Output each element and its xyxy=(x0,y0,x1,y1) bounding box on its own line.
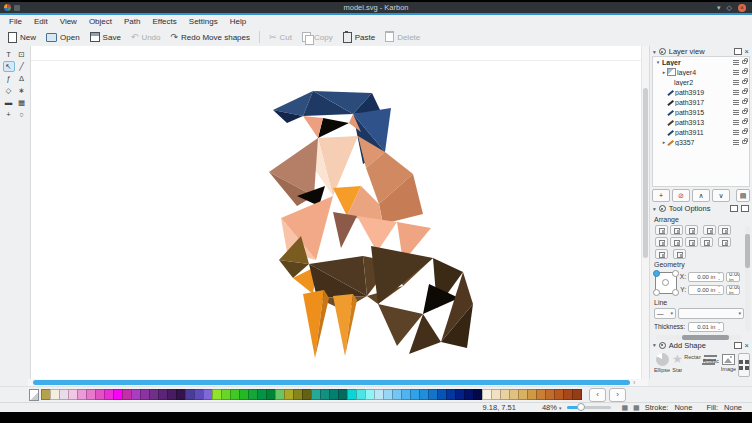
align-vcenter-button[interactable] xyxy=(685,237,698,247)
lock-icon[interactable] xyxy=(742,80,747,84)
canvas-vscrollbar[interactable] xyxy=(641,46,649,379)
add-shape-header[interactable]: ▾ Add Shape × xyxy=(652,341,750,350)
redo-button[interactable]: ↷Redo Move shapes xyxy=(171,33,250,42)
layer-row-path3917[interactable]: path3917 xyxy=(653,97,749,107)
select-tool[interactable]: ↖ xyxy=(3,61,15,72)
lock-icon[interactable] xyxy=(742,90,747,94)
anchor-bottom-left[interactable] xyxy=(653,289,660,296)
detach-docker-icon[interactable] xyxy=(741,205,749,212)
raise-shape-button[interactable] xyxy=(718,225,731,235)
visibility-icon[interactable] xyxy=(733,140,739,145)
add-layer-button[interactable]: + xyxy=(652,189,670,202)
collapse-arrow-icon[interactable]: ▾ xyxy=(653,342,656,348)
tool-options-hscrollbar[interactable] xyxy=(656,335,742,340)
paste-button[interactable]: Paste xyxy=(343,32,375,43)
bring-to-front-button[interactable] xyxy=(703,225,716,235)
zoom-tool[interactable]: + xyxy=(3,109,15,120)
stroke-value[interactable]: None xyxy=(674,403,692,412)
pencil-tool[interactable]: Δ xyxy=(16,73,28,84)
palette-swatch[interactable] xyxy=(572,389,582,400)
new-button[interactable]: New xyxy=(8,32,36,43)
maximize-button[interactable]: ◇ xyxy=(727,3,732,12)
canvas[interactable] xyxy=(31,46,649,379)
artwork-polygon[interactable] xyxy=(371,246,433,304)
layer-row-g3357[interactable]: ▸g3357 xyxy=(653,137,749,147)
group-shapes-button[interactable] xyxy=(673,249,686,259)
scroll-right-arrow-icon[interactable]: › xyxy=(633,379,635,386)
delete-layer-button[interactable]: ⊘ xyxy=(672,189,690,202)
canvas-hscrollbar-thumb[interactable] xyxy=(33,380,630,385)
layer-view-menu-button[interactable]: ▤ xyxy=(736,189,750,202)
layer-row-path3911[interactable]: path3911 xyxy=(653,127,749,137)
artwork-polygon[interactable] xyxy=(333,212,357,248)
menu-path[interactable]: Path xyxy=(118,17,146,26)
menu-edit[interactable]: Edit xyxy=(28,17,54,26)
lock-icon[interactable] xyxy=(742,130,747,134)
menu-file[interactable]: File xyxy=(3,17,28,26)
zoom-dropdown[interactable]: 48%▾ xyxy=(542,403,562,412)
y-field[interactable]: 0.00 in⌃⌄ xyxy=(688,285,724,295)
visibility-icon[interactable] xyxy=(733,120,739,125)
layer-row-path3913[interactable]: path3913 xyxy=(653,117,749,127)
visibility-icon[interactable] xyxy=(733,100,739,105)
float-docker-icon[interactable] xyxy=(734,342,742,349)
tool-options-hscrollbar-thumb[interactable] xyxy=(682,335,729,340)
float-docker-icon[interactable] xyxy=(730,205,738,212)
path-edit-tool[interactable]: ◇ xyxy=(3,85,15,96)
layer-row-Layer[interactable]: ▾Layer xyxy=(653,57,749,67)
layer-row-path3919[interactable]: path3919 xyxy=(653,87,749,97)
palette-menu-icon[interactable] xyxy=(29,389,39,401)
visibility-icon[interactable] xyxy=(733,70,739,75)
align-top-button[interactable] xyxy=(670,237,683,247)
lock-icon[interactable] xyxy=(742,60,747,64)
align-bottom-button[interactable] xyxy=(700,237,713,247)
open-button[interactable]: Open xyxy=(46,33,80,42)
tool-options-header[interactable]: ▾ Tool Options xyxy=(652,204,750,213)
menu-effects[interactable]: Effects xyxy=(146,17,182,26)
save-button[interactable]: Save xyxy=(90,32,121,42)
lock-icon[interactable] xyxy=(742,100,747,104)
canvas-hscrollbar[interactable]: › xyxy=(28,379,648,386)
collapse-arrow-icon[interactable]: ▾ xyxy=(653,49,656,55)
palette-prev-button[interactable]: ‹ xyxy=(589,388,606,402)
anchor-center[interactable] xyxy=(662,279,669,286)
distribute-h-button[interactable] xyxy=(655,237,668,247)
menu-help[interactable]: Help xyxy=(224,17,252,26)
collapse-arrow-icon[interactable]: ▾ xyxy=(653,206,656,212)
send-to-back-button[interactable] xyxy=(655,249,668,259)
anchor-top-left[interactable] xyxy=(653,270,660,277)
shape-artistic[interactable]: Artistic xyxy=(703,353,719,364)
anchor-top-right[interactable] xyxy=(672,270,679,277)
artwork-polygon[interactable] xyxy=(357,216,397,252)
close-docker-icon[interactable]: × xyxy=(745,48,749,55)
fill-value[interactable]: None xyxy=(724,403,742,412)
menu-view[interactable]: View xyxy=(54,17,83,26)
gradient-tool[interactable]: ▬ xyxy=(3,97,15,108)
visibility-icon[interactable] xyxy=(733,130,739,135)
tool-options-vscrollbar-thumb[interactable] xyxy=(745,234,750,268)
shape-ellipse[interactable]: Ellipse xyxy=(654,353,670,373)
visibility-icon[interactable] xyxy=(733,90,739,95)
menu-settings[interactable]: Settings xyxy=(183,17,224,26)
lower-layer-button[interactable]: ∨ xyxy=(712,189,730,202)
titlebar[interactable]: model.svg - Karbon ▾ ◇ × xyxy=(0,2,752,13)
lock-icon[interactable] xyxy=(742,110,747,114)
anchor-position-widget[interactable] xyxy=(655,272,677,294)
artwork-svg[interactable] xyxy=(31,46,644,379)
align-left-button[interactable] xyxy=(655,225,668,235)
calligraphy-tool[interactable]: ƒ xyxy=(3,73,15,84)
visibility-icon[interactable] xyxy=(733,80,739,85)
minimize-button[interactable]: ▾ xyxy=(717,3,721,12)
line-cap-select[interactable]: —▾ xyxy=(654,308,676,319)
thickness-field[interactable]: 0.01 in⌃⌄ xyxy=(688,322,724,332)
pen-tool[interactable]: ╱ xyxy=(16,61,28,72)
layer-view-header[interactable]: ▾ Layer view × xyxy=(652,47,750,56)
lock-icon[interactable] xyxy=(742,140,747,144)
text-tool[interactable]: T xyxy=(3,49,15,60)
align-right-button[interactable] xyxy=(685,225,698,235)
float-docker-icon[interactable] xyxy=(734,48,742,55)
x-field[interactable]: 0.00 in⌃⌄ xyxy=(688,272,724,282)
shape-star[interactable]: ★Star xyxy=(672,353,683,373)
raise-layer-button[interactable]: ∧ xyxy=(692,189,710,202)
height-field[interactable]: 0.00 in xyxy=(726,285,740,295)
